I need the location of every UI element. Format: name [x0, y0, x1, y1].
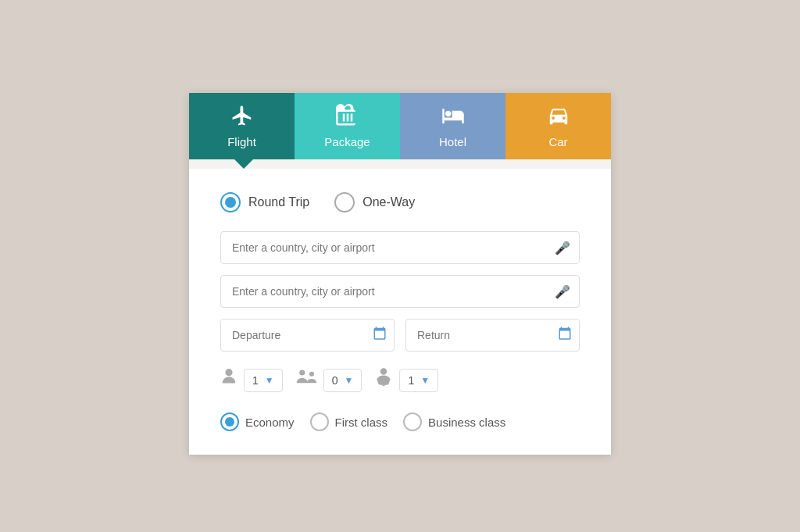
one-way-label: One-Way	[362, 195, 415, 209]
departure-wrapper	[220, 319, 395, 352]
infant-group: 1 ▼	[374, 367, 438, 394]
adult-icon	[220, 367, 238, 394]
svg-point-0	[225, 369, 232, 376]
trip-type-group: Round Trip One-Way	[220, 192, 580, 212]
infant-count: 1	[408, 374, 414, 387]
tab-car-label: Car	[548, 135, 567, 148]
one-way-radio[interactable]	[334, 192, 355, 212]
tab-flight-label: Flight	[227, 135, 256, 148]
child-count: 0	[332, 374, 338, 387]
round-trip-label: Round Trip	[248, 195, 309, 209]
round-trip-radio[interactable]	[220, 192, 241, 212]
business-class-label: Business class	[428, 416, 505, 429]
departure-calendar-icon[interactable]	[373, 327, 387, 345]
hotel-icon	[441, 104, 465, 130]
round-trip-option[interactable]: Round Trip	[220, 192, 309, 212]
date-row	[220, 319, 580, 352]
business-class-option[interactable]: Business class	[403, 412, 505, 431]
tab-hotel[interactable]: Hotel	[400, 93, 505, 159]
return-calendar-icon[interactable]	[558, 327, 572, 345]
economy-dot	[225, 417, 234, 427]
economy-option[interactable]: Economy	[220, 412, 295, 431]
economy-radio[interactable]	[220, 412, 239, 431]
first-class-option[interactable]: First class	[310, 412, 388, 431]
tab-car[interactable]: Car	[505, 93, 611, 159]
svg-point-2	[309, 372, 314, 377]
passenger-row: 1 ▼ 0 ▼	[220, 367, 580, 394]
adult-select[interactable]: 1 ▼	[244, 369, 283, 392]
destination-wrapper: 🎤	[220, 275, 580, 308]
mic-icon-2: 🎤	[555, 284, 570, 299]
economy-label: Economy	[245, 416, 295, 429]
adult-group: 1 ▼	[220, 367, 283, 394]
tab-package[interactable]: Package	[295, 93, 400, 159]
destination-input[interactable]	[220, 275, 580, 308]
first-class-radio[interactable]	[310, 412, 329, 431]
tab-flight[interactable]: Flight	[189, 93, 295, 159]
child-group: 0 ▼	[295, 367, 362, 394]
adult-count: 1	[252, 374, 259, 387]
svg-point-3	[380, 368, 388, 375]
return-wrapper	[405, 319, 580, 352]
mic-icon-1: 🎤	[555, 241, 570, 255]
business-class-radio[interactable]	[403, 412, 422, 431]
svg-point-1	[299, 370, 305, 376]
tab-hotel-label: Hotel	[439, 135, 466, 148]
adult-dropdown-arrow: ▼	[265, 375, 274, 386]
car-icon	[547, 104, 570, 130]
infant-select[interactable]: 1 ▼	[399, 369, 438, 392]
infant-dropdown-arrow: ▼	[420, 375, 430, 386]
child-icon	[295, 367, 317, 394]
form-area: Round Trip One-Way 🎤 🎤	[189, 169, 611, 455]
return-input[interactable]	[405, 319, 580, 352]
tab-bar: Flight Package Hotel Ca	[189, 93, 611, 159]
package-icon	[336, 104, 359, 130]
booking-card: Flight Package Hotel Ca	[189, 93, 611, 455]
first-class-label: First class	[335, 416, 388, 429]
child-select[interactable]: 0 ▼	[323, 369, 362, 392]
round-trip-dot	[225, 197, 236, 208]
tab-pointer	[234, 159, 253, 169]
infant-icon	[374, 367, 393, 394]
cabin-class-group: Economy First class Business class	[220, 412, 580, 431]
origin-input[interactable]	[220, 231, 580, 264]
flight-icon	[230, 104, 254, 130]
one-way-option[interactable]: One-Way	[334, 192, 415, 212]
tab-package-label: Package	[324, 135, 370, 148]
departure-input[interactable]	[220, 319, 395, 352]
origin-wrapper: 🎤	[220, 231, 580, 264]
child-dropdown-arrow: ▼	[344, 375, 353, 386]
